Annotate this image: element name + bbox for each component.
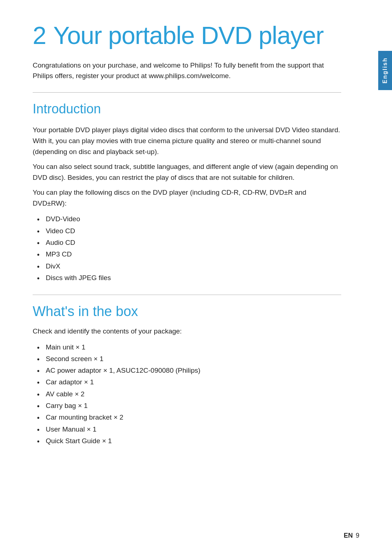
box-intro: Check and identify the contents of your …: [33, 326, 341, 337]
disc-list-item: Discs with JPEG files: [33, 272, 341, 284]
box-item: Carry bag × 1: [33, 400, 341, 412]
box-item: Car adaptor × 1: [33, 376, 341, 388]
chapter-number: 2: [33, 21, 46, 49]
introduction-paragraph-2: You can also select sound track, subtitl…: [33, 161, 341, 183]
chapter-title: Your portable DVD player: [53, 21, 324, 49]
page-footer: EN 9: [344, 532, 359, 539]
divider-2: [33, 295, 341, 295]
introduction-paragraph-3: You can play the following discs on the …: [33, 187, 341, 209]
main-content: 2Your portable DVD player Congratulation…: [33, 22, 359, 447]
language-tab-label: English: [382, 57, 388, 84]
box-item: Quick Start Guide × 1: [33, 435, 341, 447]
box-items-list: Main unit × 1Second screen × 1AC power a…: [33, 341, 341, 447]
box-item: AV cable × 2: [33, 388, 341, 400]
chapter-heading: 2Your portable DVD player: [33, 22, 341, 49]
box-item: Car mounting bracket × 2: [33, 412, 341, 423]
box-item: AC power adaptor × 1, ASUC12C-090080 (Ph…: [33, 365, 341, 376]
page-container: English 2Your portable DVD player Congra…: [0, 0, 392, 554]
disc-list: DVD-VideoVideo CDAudio CDMP3 CDDivXDiscs…: [33, 213, 341, 284]
disc-list-item: DivX: [33, 260, 341, 272]
disc-list-item: Video CD: [33, 225, 341, 237]
box-item: User Manual × 1: [33, 424, 341, 435]
disc-list-item: Audio CD: [33, 237, 341, 248]
footer-label: EN: [344, 532, 353, 539]
disc-list-item: DVD-Video: [33, 213, 341, 225]
footer-page-number: 9: [356, 532, 359, 539]
introduction-heading: Introduction: [33, 101, 341, 117]
box-item: Main unit × 1: [33, 341, 341, 353]
introduction-paragraph-1: Your portable DVD player plays digital v…: [33, 125, 341, 158]
box-item: Second screen × 1: [33, 353, 341, 365]
disc-list-item: MP3 CD: [33, 248, 341, 260]
language-tab: English: [378, 51, 392, 90]
divider-1: [33, 92, 341, 93]
whats-in-box-heading: What's in the box: [33, 304, 341, 319]
welcome-paragraph: Congratulations on your purchase, and we…: [33, 60, 341, 81]
